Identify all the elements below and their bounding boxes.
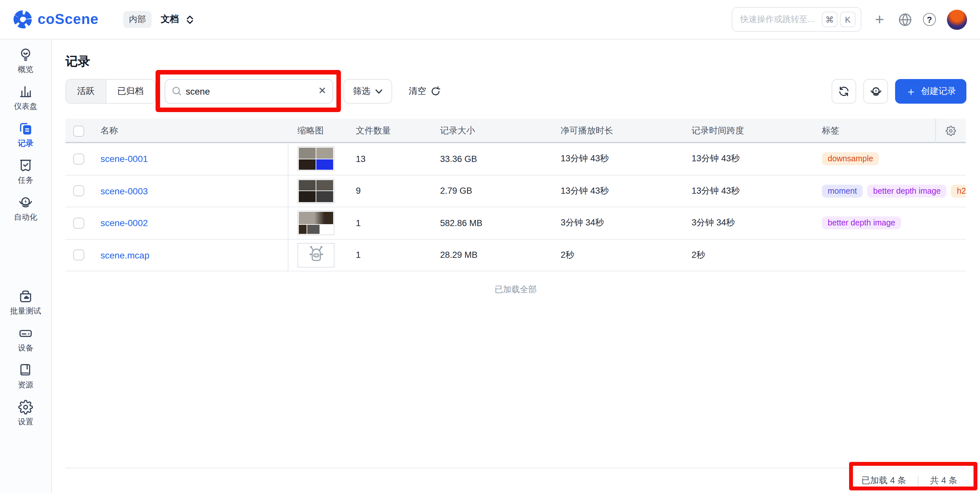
table-settings-button[interactable] [935,119,966,143]
col-tags: 标签 [811,125,935,137]
record-thumbnail[interactable] [298,179,334,203]
sidebar-item-overview[interactable]: 概览 [2,47,49,75]
time-span-cell: 13分钟 43秒 [681,153,811,165]
quick-search-input[interactable]: 快速操作或跳转至... ⌘ K [732,7,861,32]
time-span-cell: 2秒 [681,249,811,261]
record-link[interactable]: scene-0003 [100,186,148,196]
time-span-cell: 13分钟 43秒 [681,185,811,197]
playable-duration-cell: 2秒 [550,249,681,261]
robot-placeholder-icon [306,244,326,266]
sidebar-item-resources[interactable]: 资源 [2,362,49,391]
create-record-label: 创建记录 [921,86,956,97]
tag-chip[interactable]: h264 [951,185,966,198]
user-avatar[interactable] [947,10,967,30]
record-link[interactable]: scene-0002 [100,218,148,228]
row-checkbox[interactable] [73,250,84,261]
record-thumbnail[interactable] [298,147,334,171]
sidebar-item-dashboard[interactable]: 仪表盘 [2,84,49,112]
file-count-cell: 1 [345,250,430,260]
record-size-cell: 582.86 MB [430,218,550,228]
record-size-cell: 2.79 GB [430,186,550,196]
plus-icon: ＋ [905,84,916,99]
sidebar-item-label: 任务 [18,175,33,186]
tab-active-records[interactable]: 活跃 [66,80,106,103]
thumbnail-cell [288,179,345,203]
thumbnail-cell [288,147,345,171]
tags-cell: downsample [811,152,966,165]
row-select-cell [65,250,90,261]
quick-search-shortcut: ⌘ K [822,12,856,27]
create-record-button[interactable]: ＋ 创建记录 [895,79,966,104]
thumbnail-cell [288,211,345,236]
sidebar-item-settings[interactable]: 设置 [2,399,49,428]
sidebar-item-label: 批量测试 [10,306,41,317]
overview-icon [18,47,33,62]
record-name-cell: scene-0001 [90,143,288,174]
row-checkbox[interactable] [73,154,84,165]
record-link[interactable]: scene-0001 [100,154,148,164]
batch-test-icon [18,288,33,304]
tab-archived-records[interactable]: 已归档 [106,80,154,103]
settings-icon [18,399,33,415]
coscene-logo-icon [13,10,32,29]
project-selector-chevron-icon[interactable] [187,15,193,24]
project-selector-label[interactable]: 文档 [161,14,179,25]
tags-cell: better depth image [811,217,966,230]
refresh-button[interactable] [832,79,856,104]
row-select-cell [65,218,90,229]
clear-search-icon[interactable]: ✕ [318,85,326,97]
tasks-icon [18,157,33,173]
sidebar-item-records[interactable]: 记录 [2,120,49,149]
file-count-cell: 13 [345,154,430,164]
archive-tabs: 活跃 已归档 [65,79,155,104]
tag-chip[interactable]: better depth image [867,185,947,198]
sidebar-item-tasks[interactable]: 任务 [2,157,49,186]
select-all-cell [65,125,90,136]
sidebar-item-batch-test[interactable]: 批量测试 [2,288,49,317]
record-thumbnail[interactable] [298,211,334,236]
sidebar-item-label: 设置 [18,417,33,428]
select-all-checkbox[interactable] [73,125,84,136]
search-input[interactable] [164,79,333,104]
globe-icon[interactable] [898,12,912,27]
add-icon[interactable]: + [872,12,887,27]
col-time-span: 记录时间跨度 [681,125,811,137]
table-row: scene-000392.79 GB13分钟 43秒13分钟 43秒moment… [65,175,966,207]
row-select-cell [65,154,90,165]
k-keycap: K [840,12,856,27]
sidebar-item-label: 记录 [18,138,33,149]
sidebar-item-devices[interactable]: 设备 [2,325,49,354]
table-row: scene.mcap128.29 MB2秒2秒 [65,239,966,271]
tags-cell: momentbetter depth imageh264 [811,185,966,198]
record-thumbnail[interactable] [298,243,334,268]
quick-search-placeholder: 快速操作或跳转至... [740,14,822,25]
resources-icon [18,362,33,378]
tag-chip[interactable]: moment [822,185,863,198]
tag-chip[interactable]: better depth image [822,217,901,230]
sidebar-item-automation[interactable]: 自动化 [2,194,49,223]
row-checkbox[interactable] [73,218,84,229]
records-table: 名称 缩略图 文件数量 记录大小 净可播放时长 记录时间跨度 标签 scene-… [65,119,966,295]
sidebar-item-label: 设备 [18,343,33,354]
automation-trigger-button[interactable] [863,79,888,104]
playable-duration-cell: 13分钟 43秒 [550,185,681,197]
help-icon[interactable]: ? [923,13,936,26]
org-badge[interactable]: 内部 [123,11,152,28]
col-record-size: 记录大小 [430,125,550,137]
filter-button-label: 筛选 [353,86,371,97]
coscene-logo[interactable]: coScene [13,10,99,29]
filter-button[interactable]: 筛选 [343,79,392,104]
tag-chip[interactable]: downsample [822,152,879,165]
reset-filters-button[interactable]: 清空 [409,86,441,97]
logo-text: coScene [38,11,99,28]
records-page: 记录 活跃 已归档 ✕ 筛选 [52,40,980,493]
row-checkbox[interactable] [73,185,84,197]
status-bar: 已加载 4 条 共 4 条 [65,468,966,493]
file-count-cell: 1 [345,218,430,228]
chevron-down-icon [375,89,382,94]
record-link[interactable]: scene.mcap [100,250,150,260]
dashboard-icon [18,84,33,99]
record-name-cell: scene-0003 [90,175,288,207]
refresh-icon [838,86,850,97]
loaded-count: 已加载 4 条 [861,475,906,487]
